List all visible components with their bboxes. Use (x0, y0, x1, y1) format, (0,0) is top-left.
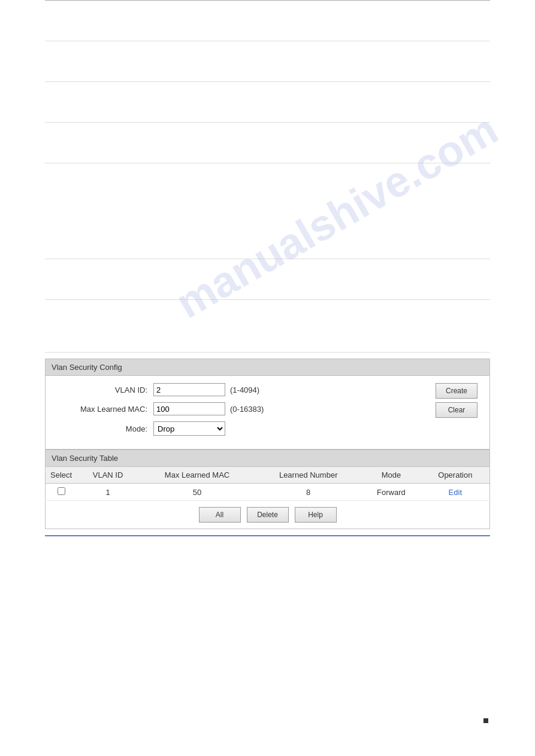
vlan-id-input[interactable] (153, 383, 225, 396)
vlan-id-hint: (1-4094) (230, 385, 259, 394)
row-mode: Forward (361, 484, 421, 501)
clear-button[interactable]: Clear (436, 402, 477, 418)
bottom-square-indicator (483, 718, 488, 723)
table-section-header: Vlan Security Table (45, 450, 490, 467)
vlan-id-label: VLAN ID: (58, 385, 153, 394)
row-max-learned-mac: 50 (139, 484, 255, 501)
config-section-header: Vlan Security Config (45, 359, 490, 376)
create-button[interactable]: Create (436, 383, 477, 399)
bottom-divider (45, 535, 490, 536)
max-learned-mac-input[interactable] (153, 402, 225, 415)
vlan-security-table-section: Vlan Security Table Select VLAN ID Max L… (45, 450, 490, 529)
row-operation: Edit (421, 484, 490, 501)
max-learned-mac-row: Max Learned MAC: (0-16383) (58, 402, 418, 415)
mode-label: Mode: (58, 424, 153, 433)
table-row: 1 50 8 Forward Edit (46, 484, 490, 501)
row-select-cell (46, 484, 77, 501)
max-learned-mac-hint: (0-16383) (230, 405, 264, 414)
blank-section-3 (45, 82, 490, 123)
col-header-operation: Operation (421, 467, 490, 484)
table-footer: All Delete Help (45, 501, 490, 529)
row-vlan-id: 1 (77, 484, 139, 501)
config-action-buttons: Create Clear (436, 383, 477, 418)
row-learned-number: 8 (255, 484, 361, 501)
table-section-title: Vlan Security Table (52, 454, 118, 463)
page-container: manualshive.com Vlan Security Config VLA… (0, 0, 535, 756)
mode-row: Mode: Drop Forward Discard (58, 421, 418, 436)
blank-section-4 (45, 123, 490, 163)
vlan-security-config-section: Vlan Security Config VLAN ID: (1-4094) M… (45, 359, 490, 450)
blank-section-6 (45, 259, 490, 300)
vlan-id-row: VLAN ID: (1-4094) (58, 383, 418, 396)
config-fields: VLAN ID: (1-4094) Max Learned MAC: (0-16… (58, 383, 418, 442)
col-header-learned-number: Learned Number (255, 467, 361, 484)
delete-button[interactable]: Delete (247, 507, 289, 523)
col-header-mode: Mode (361, 467, 421, 484)
all-button[interactable]: All (199, 507, 241, 523)
blank-section-7 (45, 300, 490, 353)
config-body: VLAN ID: (1-4094) Max Learned MAC: (0-16… (45, 376, 490, 450)
config-section-title: Vlan Security Config (52, 363, 122, 372)
col-header-max-learned-mac: Max Learned MAC (139, 467, 255, 484)
help-button[interactable]: Help (295, 507, 337, 523)
table-header-row: Select VLAN ID Max Learned MAC Learned N… (46, 467, 490, 484)
vlan-security-table: Select VLAN ID Max Learned MAC Learned N… (45, 467, 490, 501)
col-header-select: Select (46, 467, 77, 484)
blank-section-2 (45, 41, 490, 82)
row-checkbox[interactable] (58, 487, 65, 495)
edit-link[interactable]: Edit (449, 488, 462, 497)
blank-section-1 (45, 1, 490, 41)
col-header-vlan-id: VLAN ID (77, 467, 139, 484)
config-table-area: Vlan Security Config VLAN ID: (1-4094) M… (0, 359, 535, 529)
blank-section-5 (45, 163, 490, 259)
max-learned-mac-label: Max Learned MAC: (58, 405, 153, 414)
mode-select[interactable]: Drop Forward Discard (153, 421, 225, 436)
